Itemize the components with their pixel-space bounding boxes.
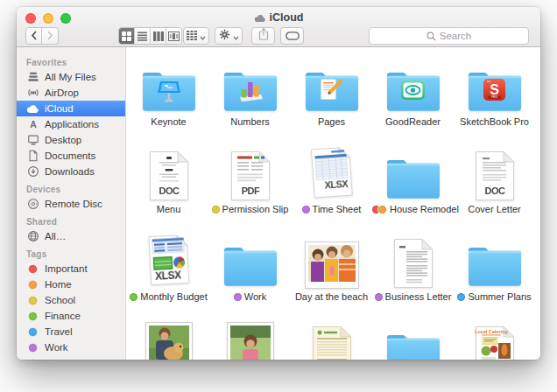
sidebar-item-label: Travel	[45, 326, 73, 337]
photo-icon	[145, 317, 193, 360]
tag-dot-icon	[212, 206, 220, 214]
grid-item[interactable]	[128, 317, 209, 360]
back-button[interactable]	[25, 27, 42, 45]
folder-icon	[303, 54, 361, 114]
coverflow-view-button[interactable]	[166, 28, 181, 44]
sidebar-item-label: Downloads	[45, 166, 95, 177]
grid-item[interactable]	[372, 317, 454, 360]
sidebar-item-desktop[interactable]: Desktop	[17, 132, 125, 148]
icon-view-button[interactable]	[119, 28, 135, 44]
grid-item-summer-plans[interactable]: Summer Plans	[454, 229, 535, 317]
item-label: Permission Slip	[222, 204, 289, 214]
sidebar-item-important[interactable]: Important	[17, 261, 125, 276]
document-icon: DOC	[149, 142, 189, 201]
grid-item[interactable]	[209, 317, 291, 360]
sidebar-item-label: Applications	[45, 119, 99, 130]
sidebar-item-documents[interactable]: Documents	[17, 148, 125, 164]
grid-item-house-remodel[interactable]: House Remodel	[372, 142, 454, 229]
cloud-icon	[26, 102, 39, 116]
sidebar-item-applications[interactable]: AApplications	[17, 116, 125, 132]
item-label-row: Pages	[318, 116, 345, 127]
sidebar-item-icloud[interactable]: iCloud	[17, 101, 125, 116]
sidebar-item-label: School	[45, 295, 75, 305]
desktop-icon	[26, 134, 39, 147]
globe-icon	[26, 230, 39, 243]
photo-icon	[305, 229, 359, 289]
item-label: Pages	[318, 116, 345, 127]
sidebar-item-label: All Tags…	[45, 358, 90, 360]
icloud-title-icon	[254, 13, 266, 25]
item-label: Summer Plans	[468, 291, 531, 302]
sidebar-item-all-my-files[interactable]: All My Files	[17, 69, 125, 85]
grid-item-menu[interactable]: DOCMenu	[128, 142, 209, 229]
tag-dot-icon	[26, 294, 39, 307]
sidebar-section-devices: Devices	[17, 179, 125, 196]
item-label: Business Letter	[385, 291, 452, 302]
share-button[interactable]	[251, 27, 275, 45]
sidebar-section-shared: Shared	[17, 212, 125, 228]
grid-item-cover-letter[interactable]: DOCCover Letter	[454, 142, 535, 229]
sidebar-item-airdrop[interactable]: AirDrop	[17, 85, 125, 101]
sidebar-item-school[interactable]: School	[17, 292, 125, 308]
item-label-row: Cover Letter	[468, 204, 521, 214]
disc-icon	[26, 198, 39, 211]
item-label-row: Keynote	[151, 116, 186, 127]
sidebar-item-remote-disc[interactable]: Remote Disc	[17, 196, 125, 212]
item-label-row: Permission Slip	[212, 204, 289, 214]
svg-text:XLSX: XLSX	[154, 269, 181, 283]
document-icon: XLSX	[312, 142, 352, 201]
document-icon	[26, 150, 39, 163]
item-label-row: Monthly Budget	[130, 291, 207, 302]
grid-item-monthly-budget[interactable]: XLSXMonthly Budget	[128, 229, 209, 317]
list-view-icon	[137, 32, 147, 41]
folder-icon	[140, 54, 198, 114]
gear-icon	[219, 28, 230, 44]
sidebar-item-label: Finance	[45, 311, 81, 321]
grid-item-business-letter[interactable]: Business Letter	[372, 229, 454, 317]
grid-item-pages[interactable]: Pages	[291, 54, 372, 142]
tags-button[interactable]	[280, 27, 304, 45]
chevron-down-icon	[233, 28, 239, 44]
letter-a-icon: A	[26, 118, 39, 131]
grid-item[interactable]: Local Catering	[454, 317, 535, 360]
tag-dot-icon	[377, 205, 387, 214]
sidebar-item-downloads[interactable]: Downloads	[17, 164, 125, 179]
item-label: Numbers	[230, 116, 270, 127]
grid-item[interactable]	[291, 317, 372, 360]
search-input[interactable]: Search	[369, 27, 529, 45]
stack-icon	[26, 71, 39, 84]
item-label: Cover Letter	[468, 204, 521, 214]
item-label-row: House Remodel	[372, 204, 454, 214]
grid-item-permission-slip[interactable]: PDFPermission Slip	[209, 142, 291, 229]
sidebar-item-work[interactable]: Work	[17, 340, 125, 355]
sidebar-item-travel[interactable]: Travel	[17, 324, 125, 340]
svg-text:XLSX: XLSX	[324, 178, 349, 191]
arrange-button[interactable]	[183, 27, 209, 45]
grid-item-keynote[interactable]: Keynote	[128, 54, 209, 142]
sidebar-item-all[interactable]: All…	[17, 228, 125, 244]
folder-icon	[384, 317, 442, 360]
grid-item-sketchbook-pro[interactable]: SPROSketchBook Pro	[454, 54, 535, 142]
column-view-button[interactable]	[151, 28, 166, 44]
tag-dot-icon	[26, 262, 39, 276]
sidebar-section-favorites: Favorites	[17, 52, 125, 69]
sidebar-item-label: Documents	[45, 150, 95, 161]
grid-item-time-sheet[interactable]: XLSXTime Sheet	[291, 142, 372, 229]
sidebar-item-label: AirDrop	[45, 88, 79, 98]
sidebar-item-finance[interactable]: Finance	[17, 308, 125, 324]
coverflow-view-icon	[168, 32, 180, 41]
svg-text:DOC: DOC	[484, 186, 505, 196]
photo-icon	[227, 317, 274, 360]
item-label-row: Numbers	[230, 116, 270, 127]
forward-button[interactable]	[42, 27, 59, 45]
grid-item-work[interactable]: Work	[209, 229, 291, 317]
sidebar-item-home[interactable]: Home	[17, 276, 125, 292]
sidebar-item-all-tags[interactable]: All Tags…	[17, 355, 125, 360]
sidebar-item-label: All…	[45, 231, 66, 242]
grid-item-goodreader[interactable]: GoodReader	[372, 54, 454, 142]
grid-item-day-at-the-beach[interactable]: Day at the beach	[291, 229, 372, 317]
item-label-row: Work	[234, 291, 266, 302]
list-view-button[interactable]	[135, 28, 151, 44]
action-button[interactable]	[215, 27, 243, 45]
grid-item-numbers[interactable]: Numbers	[209, 54, 291, 142]
